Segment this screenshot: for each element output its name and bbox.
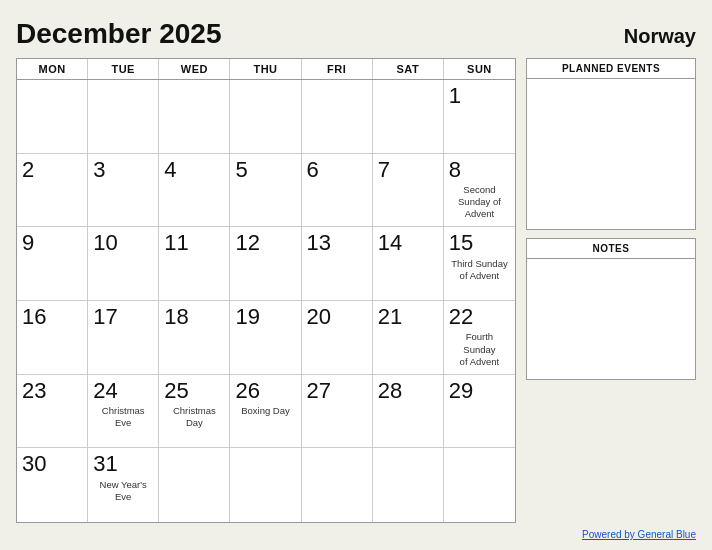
day-header-sat: SAT bbox=[373, 59, 444, 79]
cal-cell-17: 17 bbox=[88, 301, 159, 375]
date-number: 26 bbox=[235, 379, 295, 403]
calendar-page: December 2025 Norway MON TUE WED THU FRI… bbox=[0, 0, 712, 550]
cal-cell-8: 8 SecondSunday ofAdvent bbox=[444, 154, 515, 228]
cal-cell-14: 14 bbox=[373, 227, 444, 301]
cal-cell-empty bbox=[302, 448, 373, 522]
event-label: Christmas Day bbox=[164, 405, 224, 430]
cal-cell-empty bbox=[88, 80, 159, 154]
cal-cell-11: 11 bbox=[159, 227, 230, 301]
date-number: 11 bbox=[164, 231, 224, 255]
date-number: 13 bbox=[307, 231, 367, 255]
date-number: 7 bbox=[378, 158, 438, 182]
cal-cell-19: 19 bbox=[230, 301, 301, 375]
cal-cell-7: 7 bbox=[373, 154, 444, 228]
cal-cell-empty bbox=[373, 448, 444, 522]
cal-cell-empty bbox=[159, 448, 230, 522]
date-number: 21 bbox=[378, 305, 438, 329]
calendar-section: MON TUE WED THU FRI SAT SUN 1 bbox=[16, 58, 516, 523]
date-number: 19 bbox=[235, 305, 295, 329]
cal-cell-12: 12 bbox=[230, 227, 301, 301]
notes-box: NOTES bbox=[526, 238, 696, 380]
date-number: 2 bbox=[22, 158, 82, 182]
notes-content bbox=[527, 259, 695, 379]
cal-cell-10: 10 bbox=[88, 227, 159, 301]
country-title: Norway bbox=[624, 25, 696, 48]
date-number: 6 bbox=[307, 158, 367, 182]
cal-cell-20: 20 bbox=[302, 301, 373, 375]
event-label: Third Sundayof Advent bbox=[449, 258, 510, 283]
date-number: 5 bbox=[235, 158, 295, 182]
cal-cell-28: 28 bbox=[373, 375, 444, 449]
cal-cell-9: 9 bbox=[17, 227, 88, 301]
date-number: 9 bbox=[22, 231, 82, 255]
date-number: 12 bbox=[235, 231, 295, 255]
cal-cell-27: 27 bbox=[302, 375, 373, 449]
cal-cell-empty bbox=[17, 80, 88, 154]
footer-link[interactable]: Powered by General Blue bbox=[582, 529, 696, 540]
cal-cell-empty bbox=[159, 80, 230, 154]
cal-cell-2: 2 bbox=[17, 154, 88, 228]
cal-cell-6: 6 bbox=[302, 154, 373, 228]
date-number: 14 bbox=[378, 231, 438, 255]
date-number: 22 bbox=[449, 305, 510, 329]
event-label: Christmas Eve bbox=[93, 405, 153, 430]
cal-cell-3: 3 bbox=[88, 154, 159, 228]
cal-cell-29: 29 bbox=[444, 375, 515, 449]
event-label: New Year'sEve bbox=[93, 479, 153, 504]
cal-cell-15: 15 Third Sundayof Advent bbox=[444, 227, 515, 301]
date-number: 31 bbox=[93, 452, 153, 476]
planned-events-box: PLANNED EVENTS bbox=[526, 58, 696, 230]
main-content: MON TUE WED THU FRI SAT SUN 1 bbox=[16, 58, 696, 523]
date-number: 1 bbox=[449, 84, 510, 108]
cal-cell-empty bbox=[444, 448, 515, 522]
day-header-mon: MON bbox=[17, 59, 88, 79]
cal-cell-31: 31 New Year'sEve bbox=[88, 448, 159, 522]
planned-events-header: PLANNED EVENTS bbox=[527, 59, 695, 79]
cal-cell-empty bbox=[373, 80, 444, 154]
date-number: 18 bbox=[164, 305, 224, 329]
day-header-thu: THU bbox=[230, 59, 301, 79]
cal-cell-5: 5 bbox=[230, 154, 301, 228]
day-headers: MON TUE WED THU FRI SAT SUN bbox=[17, 59, 515, 80]
date-number: 8 bbox=[449, 158, 510, 182]
date-number: 25 bbox=[164, 379, 224, 403]
date-number: 24 bbox=[93, 379, 153, 403]
date-number: 15 bbox=[449, 231, 510, 255]
cal-cell-23: 23 bbox=[17, 375, 88, 449]
day-header-fri: FRI bbox=[302, 59, 373, 79]
planned-events-content bbox=[527, 79, 695, 229]
footer: Powered by General Blue bbox=[16, 529, 696, 540]
day-header-sun: SUN bbox=[444, 59, 515, 79]
cal-cell-13: 13 bbox=[302, 227, 373, 301]
cal-cell-24: 24 Christmas Eve bbox=[88, 375, 159, 449]
date-number: 27 bbox=[307, 379, 367, 403]
cal-cell-22: 22 Fourth Sundayof Advent bbox=[444, 301, 515, 375]
cal-cell-empty bbox=[302, 80, 373, 154]
event-label: Fourth Sundayof Advent bbox=[449, 331, 510, 368]
date-number: 29 bbox=[449, 379, 510, 403]
right-section: PLANNED EVENTS NOTES bbox=[526, 58, 696, 523]
date-number: 30 bbox=[22, 452, 82, 476]
day-header-tue: TUE bbox=[88, 59, 159, 79]
calendar-grid: 1 2 3 4 5 6 7 bbox=[17, 80, 515, 522]
cal-cell-4: 4 bbox=[159, 154, 230, 228]
header: December 2025 Norway bbox=[16, 18, 696, 50]
cal-cell-30: 30 bbox=[17, 448, 88, 522]
notes-header: NOTES bbox=[527, 239, 695, 259]
date-number: 17 bbox=[93, 305, 153, 329]
date-number: 23 bbox=[22, 379, 82, 403]
day-header-wed: WED bbox=[159, 59, 230, 79]
date-number: 16 bbox=[22, 305, 82, 329]
date-number: 10 bbox=[93, 231, 153, 255]
month-title: December 2025 bbox=[16, 18, 221, 50]
date-number: 3 bbox=[93, 158, 153, 182]
cal-cell-26: 26 Boxing Day bbox=[230, 375, 301, 449]
cal-cell-empty bbox=[230, 448, 301, 522]
cal-cell-21: 21 bbox=[373, 301, 444, 375]
cal-cell-25: 25 Christmas Day bbox=[159, 375, 230, 449]
cal-cell-16: 16 bbox=[17, 301, 88, 375]
cal-cell-empty bbox=[230, 80, 301, 154]
date-number: 20 bbox=[307, 305, 367, 329]
cal-cell-1: 1 bbox=[444, 80, 515, 154]
event-label: Boxing Day bbox=[235, 405, 295, 417]
